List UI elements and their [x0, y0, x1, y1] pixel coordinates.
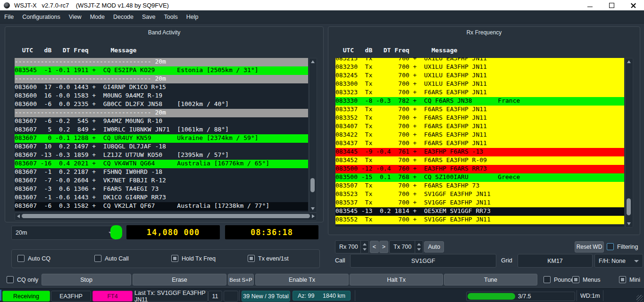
checkbox-icon[interactable] — [7, 276, 14, 283]
mini-checkbox[interactable]: Mini — [619, 276, 640, 283]
menu-item-file[interactable]: File — [0, 10, 18, 23]
decode-row[interactable]: 083407 Tx 700 + F6ARS EA3FHP JN11 — [335, 122, 624, 131]
best-sp-button[interactable]: Best S+P — [228, 274, 254, 286]
decode-row[interactable]: 083600 17 -0.0 1443 + GI4RNP DK1CO R+15 — [15, 83, 308, 92]
menu-item-save[interactable]: Save — [138, 10, 160, 23]
filtering-checkbox[interactable]: Filtering — [607, 243, 638, 250]
decode-row[interactable]: 083500 -15 0.1 768 + CQ SZ100IARU Greece — [335, 173, 624, 182]
scrollbar-thumb[interactable] — [310, 178, 315, 192]
decode-row[interactable]: 083607 -6 -0.2 545 + 9A4MZ M0UNG R-10 — [15, 117, 308, 126]
rx-to-tx-button[interactable]: > — [379, 241, 388, 253]
decode-row[interactable]: 083452 Tx 700 + F6ARS EA3FHP R-09 — [335, 156, 624, 165]
rx-freq-spinner[interactable]: Rx 700 — [335, 240, 369, 253]
scroll-up-icon[interactable] — [627, 60, 631, 63]
rx-frequency-vertical-scrollbar[interactable] — [625, 58, 633, 228]
grid-input[interactable]: KM17 — [518, 254, 593, 268]
auto-button[interactable]: Auto — [424, 241, 444, 253]
scroll-right-icon[interactable] — [312, 214, 315, 218]
decode-row[interactable]: 083337 Tx 700 + F6ARS EA3FHP JN11 — [335, 106, 624, 114]
decode-row[interactable]: 083537 Tx 700 + SV1GGF EA3FHP JN11 — [335, 199, 624, 207]
decode-row[interactable]: 083607 -16 0.4 2021 + CQ VK4WTN QG64 Aus… — [15, 160, 308, 168]
decode-row[interactable]: 083422 Tx 700 + F6ARS EA3FHP JN11 — [335, 131, 624, 139]
menu-item-view[interactable]: View — [65, 10, 86, 23]
enable-tx-button[interactable]: Enable Tx — [255, 274, 349, 286]
tune-button[interactable]: Tune — [444, 274, 537, 286]
decode-row[interactable]: 083230 Tx 700 + UX1LU EA3FHP JN11 — [335, 63, 624, 72]
auto-cq-checkbox[interactable]: Auto CQ — [17, 255, 50, 262]
decode-row[interactable]: ------------------------------------- 20… — [15, 109, 308, 117]
auto-call-checkbox[interactable]: Auto Call — [94, 255, 129, 262]
decode-row[interactable]: 083300 Tx 700 + UX1LU EA3FHP JN11 — [335, 80, 624, 89]
decode-row[interactable]: 083523 Tx 700 + SV1GGF EA3FHP JN11 — [335, 190, 624, 199]
decode-row[interactable]: 083245 Tx 700 + UX1LU EA3FHP JN11 — [335, 72, 624, 80]
stop-button[interactable]: Stop — [42, 274, 131, 286]
tx-even-1st-checkbox[interactable]: Tx even/1st — [248, 255, 289, 262]
resize-grip-icon[interactable] — [636, 295, 643, 302]
reset-wd-button[interactable]: Reset WD — [575, 241, 604, 253]
band-activity-horizontal-scrollbar[interactable] — [15, 212, 317, 220]
decode-row[interactable]: 083545 -1 -0.1 1911 + CQ ES2IPA KO29 Est… — [15, 66, 308, 75]
checkbox-icon[interactable] — [248, 255, 255, 262]
decode-row[interactable]: 083607 10 0.2 1497 + IU8QGL DL7JAF -18 — [15, 143, 308, 151]
decode-row[interactable]: 083607 -3 0.6 1306 + F6ARS TA4EGI 73 — [15, 185, 308, 194]
band-activity-list[interactable]: ------------------------------------- 20… — [15, 58, 308, 212]
menu-item-tools[interactable]: Tools — [160, 10, 182, 23]
decode-row[interactable]: 083607 -1 0.2 2187 + F5HNQ IW0HRD -18 — [15, 168, 308, 177]
decode-row[interactable]: 083600 16 -0.0 1583 + M0UNG 9A4MZ R-19 — [15, 92, 308, 100]
decode-row[interactable]: 083607 5 0.2 849 + IW0RLC IU8NKW JN71 [1… — [15, 126, 308, 134]
decode-row[interactable]: 083607 -13 -0.3 1859 + LZ1JZ UT7UW KO50 … — [15, 151, 308, 160]
checkbox-icon[interactable] — [17, 255, 25, 262]
rx-frequency-list[interactable]: 083215 Tx 700 + UX1LU EA3FHP JN11083230 … — [335, 58, 624, 227]
scroll-down-icon[interactable] — [311, 207, 315, 210]
menu-item-configurations[interactable]: Configurations — [18, 10, 65, 23]
checkbox-icon[interactable] — [572, 276, 579, 283]
band-select[interactable]: 20m — [11, 226, 117, 240]
hold-tx-freq-checkbox[interactable]: Hold Tx Freq — [171, 255, 216, 262]
menu-item-help[interactable]: Help — [182, 10, 203, 23]
decode-row[interactable]: 083552 Tx 700 + SV1GGF EA3FHP JN11 — [335, 216, 624, 224]
decode-row[interactable]: 083500 -12 -0.4 760 + EA3FHP F6ARS RR73 — [335, 165, 624, 173]
menu-item-decode[interactable]: Decode — [109, 10, 138, 23]
scroll-down-icon[interactable] — [627, 222, 631, 225]
decode-row[interactable]: ------------------------------------- 20… — [15, 58, 308, 66]
menu-item-mode[interactable]: Mode — [86, 10, 109, 23]
checkbox-icon[interactable] — [619, 276, 626, 283]
erase-button[interactable]: Erase — [133, 274, 226, 286]
decode-row[interactable]: 083607 0 -0.1 1288 + CQ UR4UY KN59 Ukrai… — [15, 134, 308, 143]
checkbox-icon[interactable] — [171, 255, 178, 262]
tx-to-rx-button[interactable]: < — [370, 241, 379, 253]
maximize-button[interactable] — [601, 0, 622, 10]
close-button[interactable] — [622, 0, 644, 10]
spinner-arrows-icon[interactable] — [415, 241, 423, 253]
decode-row[interactable]: 083607 -1 -0.6 1443 + DK1CO GI4RNP RR73 — [15, 194, 308, 202]
scroll-left-icon[interactable] — [17, 214, 20, 218]
decode-row[interactable]: 083445 -9 -0.4 761 + EA3FHP F6ARS -13 — [335, 148, 624, 156]
decode-row[interactable]: ------------------------------------- 20… — [15, 75, 308, 83]
band-activity-vertical-scrollbar[interactable] — [309, 58, 317, 212]
decode-row[interactable]: 083323 Tx 700 + F6ARS EA3FHP JN11 — [335, 89, 624, 97]
decode-row[interactable]: 083215 Tx 700 + UX1LU EA3FHP JN11 — [335, 58, 624, 63]
pounce-checkbox[interactable]: Pounce — [544, 276, 574, 283]
scrollbar-thumb[interactable] — [627, 198, 631, 215]
decode-row[interactable]: 083352 Tx 700 + F6ARS EA3FHP JN11 — [335, 114, 624, 122]
fh-mode-select[interactable]: F/H: None — [594, 254, 643, 268]
decode-row[interactable]: 083437 Tx 700 + F6ARS EA3FHP JN11 — [335, 139, 624, 148]
spinner-arrows-icon[interactable] — [360, 241, 368, 253]
minimize-button[interactable] — [579, 0, 601, 10]
decode-row[interactable]: 083507 Tx 700 + F6ARS EA3FHP 73 — [335, 182, 624, 190]
checkbox-icon[interactable] — [94, 255, 101, 262]
checkbox-icon[interactable] — [544, 276, 551, 283]
call-input[interactable]: SV1GGF — [350, 254, 496, 268]
decode-row[interactable]: 083607 -6 0.3 1582 + CQ VK2LAT QF67 Aust… — [15, 202, 308, 211]
cq-only-checkbox[interactable]: CQ only — [7, 276, 38, 283]
decode-row[interactable]: 083600 -6 0.0 2335 + GB0CC DL2FX JN58 [1… — [15, 100, 308, 109]
menus-checkbox[interactable]: Menus — [572, 276, 601, 283]
tx-freq-spinner[interactable]: Tx 700 — [389, 240, 423, 253]
decode-row[interactable]: 083607 -7 -0.0 2604 + VK7NET F8BJI R-12 — [15, 177, 308, 185]
halt-tx-button[interactable]: Halt Tx — [350, 274, 443, 286]
decode-row[interactable]: 083330 -8 -0.3 782 + CQ F6ARS JN38 Franc… — [335, 97, 624, 106]
scrollbar-thumb[interactable] — [22, 214, 310, 218]
checkbox-icon[interactable] — [607, 243, 614, 250]
scroll-up-icon[interactable] — [311, 60, 315, 63]
decode-row[interactable]: 083545 -13 0.2 1814 + OE5XEM SV1GGF RR73 — [335, 207, 624, 216]
